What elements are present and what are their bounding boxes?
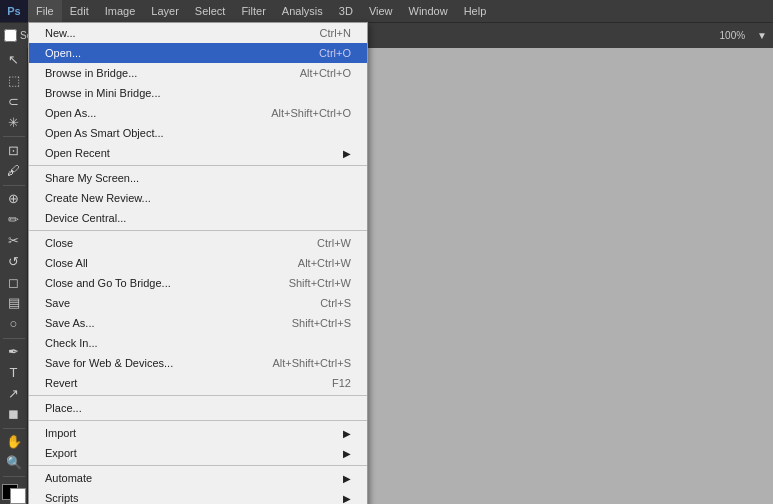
- menu-item-select[interactable]: Select: [187, 0, 234, 22]
- menu-item-filter[interactable]: Filter: [233, 0, 273, 22]
- menu-close-all[interactable]: Close All Alt+Ctrl+W: [29, 253, 367, 273]
- background-color[interactable]: [10, 488, 26, 504]
- menu-item-window[interactable]: Window: [401, 0, 456, 22]
- hand-tool[interactable]: ✋: [2, 432, 26, 452]
- menu-close[interactable]: Close Ctrl+W: [29, 233, 367, 253]
- menu-browse-bridge[interactable]: Browse in Bridge... Alt+Ctrl+O: [29, 63, 367, 83]
- left-toolbox: ↖ ⬚ ⊂ ✳ ⊡ 🖋 ⊕ ✏ ✂ ↺ ◻ ▤ ○ ✒ T ↗ ◼ ✋ 🔍: [0, 48, 28, 504]
- menu-browse-mini-bridge[interactable]: Browse in Mini Bridge...: [29, 83, 367, 103]
- menu-import[interactable]: Import ▶: [29, 423, 367, 443]
- lasso-tool[interactable]: ⊂: [2, 92, 26, 112]
- path-selection-tool[interactable]: ↗: [2, 383, 26, 403]
- menu-automate[interactable]: Automate ▶: [29, 468, 367, 488]
- file-dropdown-menu: New... Ctrl+N Open... Ctrl+O Browse in B…: [28, 22, 368, 504]
- menu-item-view[interactable]: View: [361, 0, 401, 22]
- tool-separator-5: [3, 476, 25, 477]
- menu-export[interactable]: Export ▶: [29, 443, 367, 463]
- zoom-tool[interactable]: 🔍: [2, 453, 26, 473]
- crop-tool[interactable]: ⊡: [2, 140, 26, 160]
- menu-items: File Edit Image Layer Select Filter Anal…: [28, 0, 494, 22]
- menu-place[interactable]: Place...: [29, 398, 367, 418]
- menu-save-web-devices[interactable]: Save for Web & Devices... Alt+Shift+Ctrl…: [29, 353, 367, 373]
- zoom-display: 100%: [714, 30, 752, 41]
- clone-stamp-tool[interactable]: ✂: [2, 230, 26, 250]
- tool-separator-2: [3, 185, 25, 186]
- tool-separator-1: [3, 136, 25, 137]
- ps-logo: Ps: [0, 0, 28, 22]
- menu-close-go-bridge[interactable]: Close and Go To Bridge... Shift+Ctrl+W: [29, 273, 367, 293]
- separator-4: [29, 420, 367, 421]
- history-brush-tool[interactable]: ↺: [2, 251, 26, 271]
- menubar: Ps File Edit Image Layer Select Filter A…: [0, 0, 773, 22]
- menu-item-image[interactable]: Image: [97, 0, 144, 22]
- menu-save[interactable]: Save Ctrl+S: [29, 293, 367, 313]
- menu-item-layer[interactable]: Layer: [143, 0, 187, 22]
- tool-separator-3: [3, 338, 25, 339]
- gradient-tool[interactable]: ▤: [2, 293, 26, 313]
- eyedropper-tool[interactable]: 🖋: [2, 161, 26, 181]
- magic-wand-tool[interactable]: ✳: [2, 113, 26, 133]
- menu-new[interactable]: New... Ctrl+N: [29, 23, 367, 43]
- menu-open-as[interactable]: Open As... Alt+Shift+Ctrl+O: [29, 103, 367, 123]
- menu-scripts[interactable]: Scripts ▶: [29, 488, 367, 504]
- separator-5: [29, 465, 367, 466]
- menu-revert[interactable]: Revert F12: [29, 373, 367, 393]
- pen-tool[interactable]: ✒: [2, 341, 26, 361]
- menu-open[interactable]: Open... Ctrl+O: [29, 43, 367, 63]
- healing-brush-tool[interactable]: ⊕: [2, 189, 26, 209]
- type-tool[interactable]: T: [2, 362, 26, 382]
- dodge-tool[interactable]: ○: [2, 314, 26, 334]
- eraser-tool[interactable]: ◻: [2, 272, 26, 292]
- separator-2: [29, 230, 367, 231]
- brush-tool[interactable]: ✏: [2, 210, 26, 230]
- menu-item-analysis[interactable]: Analysis: [274, 0, 331, 22]
- color-swatch[interactable]: [2, 484, 26, 504]
- zoom-arrow[interactable]: ▼: [755, 30, 769, 41]
- menu-item-help[interactable]: Help: [456, 0, 495, 22]
- menu-share-screen[interactable]: Share My Screen...: [29, 168, 367, 188]
- separator-1: [29, 165, 367, 166]
- marquee-tool[interactable]: ⬚: [2, 71, 26, 91]
- shape-tool[interactable]: ◼: [2, 404, 26, 424]
- scrubby-zoom-checkbox[interactable]: [4, 29, 17, 42]
- menu-item-edit[interactable]: Edit: [62, 0, 97, 22]
- separator-3: [29, 395, 367, 396]
- menu-check-in[interactable]: Check In...: [29, 333, 367, 353]
- move-tool[interactable]: ↖: [2, 50, 26, 70]
- menu-item-3d[interactable]: 3D: [331, 0, 361, 22]
- menu-item-file[interactable]: File: [28, 0, 62, 22]
- menu-open-as-smart-object[interactable]: Open As Smart Object...: [29, 123, 367, 143]
- tool-separator-4: [3, 428, 25, 429]
- menu-create-review[interactable]: Create New Review...: [29, 188, 367, 208]
- menu-save-as[interactable]: Save As... Shift+Ctrl+S: [29, 313, 367, 333]
- menu-open-recent[interactable]: Open Recent ▶: [29, 143, 367, 163]
- menu-device-central[interactable]: Device Central...: [29, 208, 367, 228]
